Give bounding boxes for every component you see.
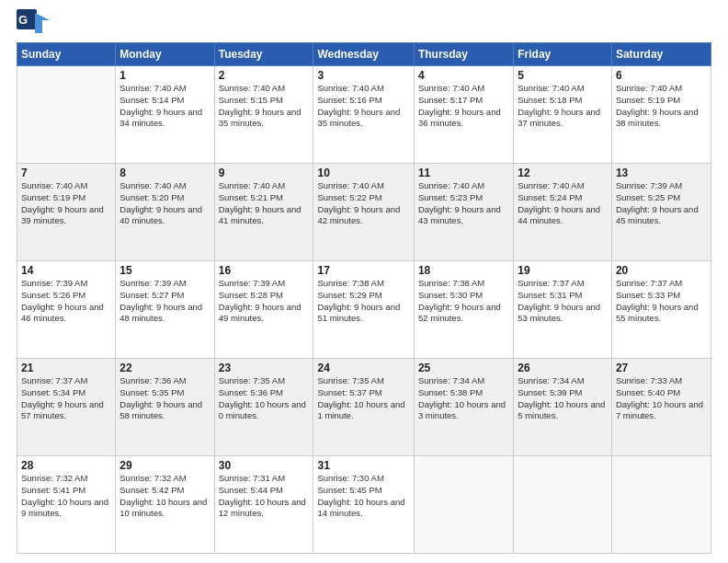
day-number: 15 — [119, 264, 210, 277]
day-number: 13 — [616, 167, 707, 179]
day-number: 30 — [219, 459, 310, 472]
svg-marker-2 — [35, 13, 50, 33]
day-number: 1 — [119, 69, 210, 82]
weekday-header-thursday: Thursday — [414, 43, 513, 66]
day-info: Sunrise: 7:39 AMSunset: 5:28 PMDaylight:… — [219, 278, 310, 325]
day-info: Sunrise: 7:38 AMSunset: 5:29 PMDaylight:… — [317, 278, 409, 325]
calendar-cell: 20Sunrise: 7:37 AMSunset: 5:33 PMDayligh… — [611, 261, 711, 359]
logo: G — [17, 9, 55, 37]
day-number: 21 — [21, 362, 111, 374]
calendar-cell: 8Sunrise: 7:40 AMSunset: 5:20 PMDaylight… — [116, 164, 214, 261]
day-info: Sunrise: 7:35 AMSunset: 5:36 PMDaylight:… — [219, 375, 310, 422]
calendar-cell: 11Sunrise: 7:40 AMSunset: 5:23 PMDayligh… — [414, 164, 513, 261]
weekday-header-tuesday: Tuesday — [214, 43, 313, 66]
day-number: 29 — [119, 459, 210, 472]
week-row-4: 21Sunrise: 7:37 AMSunset: 5:34 PMDayligh… — [17, 359, 711, 456]
calendar-cell: 29Sunrise: 7:32 AMSunset: 5:42 PMDayligh… — [116, 456, 214, 554]
day-info: Sunrise: 7:36 AMSunset: 5:35 PMDaylight:… — [119, 375, 210, 422]
day-number: 14 — [21, 264, 111, 277]
calendar-cell — [414, 456, 513, 554]
day-number: 7 — [21, 167, 111, 179]
calendar-cell: 5Sunrise: 7:40 AMSunset: 5:18 PMDaylight… — [514, 66, 612, 164]
calendar-cell: 10Sunrise: 7:40 AMSunset: 5:22 PMDayligh… — [313, 164, 414, 261]
day-info: Sunrise: 7:32 AMSunset: 5:42 PMDaylight:… — [119, 473, 210, 520]
day-number: 8 — [119, 167, 210, 179]
day-number: 23 — [219, 362, 310, 374]
day-info: Sunrise: 7:31 AMSunset: 5:44 PMDaylight:… — [219, 473, 310, 520]
day-number: 4 — [418, 69, 509, 82]
calendar-page: G SundayMondayTuesdayWednesdayThursdayFr… — [0, 0, 728, 563]
day-info: Sunrise: 7:40 AMSunset: 5:19 PMDaylight:… — [616, 83, 707, 130]
day-number: 3 — [317, 69, 409, 82]
calendar-cell: 18Sunrise: 7:38 AMSunset: 5:30 PMDayligh… — [414, 261, 513, 359]
day-number: 19 — [518, 264, 608, 277]
calendar-cell: 16Sunrise: 7:39 AMSunset: 5:28 PMDayligh… — [214, 261, 313, 359]
day-number: 12 — [518, 167, 608, 179]
day-info: Sunrise: 7:40 AMSunset: 5:15 PMDaylight:… — [219, 83, 310, 130]
weekday-header-friday: Friday — [514, 43, 612, 66]
calendar-cell: 2Sunrise: 7:40 AMSunset: 5:15 PMDaylight… — [214, 66, 313, 164]
week-row-3: 14Sunrise: 7:39 AMSunset: 5:26 PMDayligh… — [17, 261, 711, 359]
weekday-header-sunday: Sunday — [17, 43, 116, 66]
logo-icon: G — [17, 9, 51, 37]
calendar-cell: 31Sunrise: 7:30 AMSunset: 5:45 PMDayligh… — [313, 456, 414, 554]
day-number: 31 — [317, 459, 409, 472]
calendar-cell — [611, 456, 711, 554]
day-number: 25 — [418, 362, 509, 374]
day-info: Sunrise: 7:32 AMSunset: 5:41 PMDaylight:… — [21, 473, 111, 520]
calendar-cell: 24Sunrise: 7:35 AMSunset: 5:37 PMDayligh… — [313, 359, 414, 456]
calendar-table: SundayMondayTuesdayWednesdayThursdayFrid… — [17, 42, 711, 554]
day-number: 27 — [616, 362, 707, 374]
calendar-cell: 27Sunrise: 7:33 AMSunset: 5:40 PMDayligh… — [611, 359, 711, 456]
day-info: Sunrise: 7:40 AMSunset: 5:18 PMDaylight:… — [518, 83, 608, 130]
day-number: 9 — [219, 167, 310, 179]
weekday-header-saturday: Saturday — [611, 43, 711, 66]
calendar-cell — [17, 66, 116, 164]
day-info: Sunrise: 7:33 AMSunset: 5:40 PMDaylight:… — [616, 375, 707, 422]
calendar-cell: 3Sunrise: 7:40 AMSunset: 5:16 PMDaylight… — [313, 66, 414, 164]
calendar-cell: 21Sunrise: 7:37 AMSunset: 5:34 PMDayligh… — [17, 359, 116, 456]
calendar-cell: 22Sunrise: 7:36 AMSunset: 5:35 PMDayligh… — [116, 359, 214, 456]
calendar-cell: 14Sunrise: 7:39 AMSunset: 5:26 PMDayligh… — [17, 261, 116, 359]
day-info: Sunrise: 7:40 AMSunset: 5:20 PMDaylight:… — [119, 180, 210, 227]
day-number: 5 — [518, 69, 608, 82]
weekday-header-wednesday: Wednesday — [313, 43, 414, 66]
day-number: 11 — [418, 167, 509, 179]
calendar-cell: 13Sunrise: 7:39 AMSunset: 5:25 PMDayligh… — [611, 164, 711, 261]
week-row-5: 28Sunrise: 7:32 AMSunset: 5:41 PMDayligh… — [17, 456, 711, 554]
calendar-cell: 28Sunrise: 7:32 AMSunset: 5:41 PMDayligh… — [17, 456, 116, 554]
day-number: 24 — [317, 362, 409, 374]
day-info: Sunrise: 7:34 AMSunset: 5:38 PMDaylight:… — [418, 375, 509, 422]
calendar-cell: 30Sunrise: 7:31 AMSunset: 5:44 PMDayligh… — [214, 456, 313, 554]
weekday-header-row: SundayMondayTuesdayWednesdayThursdayFrid… — [17, 43, 711, 66]
calendar-cell: 6Sunrise: 7:40 AMSunset: 5:19 PMDaylight… — [611, 66, 711, 164]
day-info: Sunrise: 7:37 AMSunset: 5:33 PMDaylight:… — [616, 278, 707, 325]
day-info: Sunrise: 7:37 AMSunset: 5:34 PMDaylight:… — [21, 375, 111, 422]
day-info: Sunrise: 7:30 AMSunset: 5:45 PMDaylight:… — [317, 473, 409, 520]
day-info: Sunrise: 7:40 AMSunset: 5:19 PMDaylight:… — [21, 180, 111, 227]
day-number: 26 — [518, 362, 608, 374]
calendar-cell: 19Sunrise: 7:37 AMSunset: 5:31 PMDayligh… — [514, 261, 612, 359]
calendar-cell: 25Sunrise: 7:34 AMSunset: 5:38 PMDayligh… — [414, 359, 513, 456]
day-info: Sunrise: 7:34 AMSunset: 5:39 PMDaylight:… — [518, 375, 608, 422]
day-number: 20 — [616, 264, 707, 277]
day-number: 28 — [21, 459, 111, 472]
day-number: 10 — [317, 167, 409, 179]
day-number: 17 — [317, 264, 409, 277]
day-info: Sunrise: 7:40 AMSunset: 5:17 PMDaylight:… — [418, 83, 509, 130]
day-number: 2 — [219, 69, 310, 82]
day-info: Sunrise: 7:39 AMSunset: 5:27 PMDaylight:… — [119, 278, 210, 325]
day-number: 6 — [616, 69, 707, 82]
day-info: Sunrise: 7:38 AMSunset: 5:30 PMDaylight:… — [418, 278, 509, 325]
day-info: Sunrise: 7:40 AMSunset: 5:22 PMDaylight:… — [317, 180, 409, 227]
calendar-cell: 12Sunrise: 7:40 AMSunset: 5:24 PMDayligh… — [514, 164, 612, 261]
day-info: Sunrise: 7:37 AMSunset: 5:31 PMDaylight:… — [518, 278, 608, 325]
day-info: Sunrise: 7:40 AMSunset: 5:21 PMDaylight:… — [219, 180, 310, 227]
day-info: Sunrise: 7:40 AMSunset: 5:14 PMDaylight:… — [119, 83, 210, 130]
calendar-cell: 23Sunrise: 7:35 AMSunset: 5:36 PMDayligh… — [214, 359, 313, 456]
day-number: 22 — [119, 362, 210, 374]
calendar-cell: 1Sunrise: 7:40 AMSunset: 5:14 PMDaylight… — [116, 66, 214, 164]
calendar-cell: 9Sunrise: 7:40 AMSunset: 5:21 PMDaylight… — [214, 164, 313, 261]
day-info: Sunrise: 7:40 AMSunset: 5:24 PMDaylight:… — [518, 180, 608, 227]
week-row-2: 7Sunrise: 7:40 AMSunset: 5:19 PMDaylight… — [17, 164, 711, 261]
